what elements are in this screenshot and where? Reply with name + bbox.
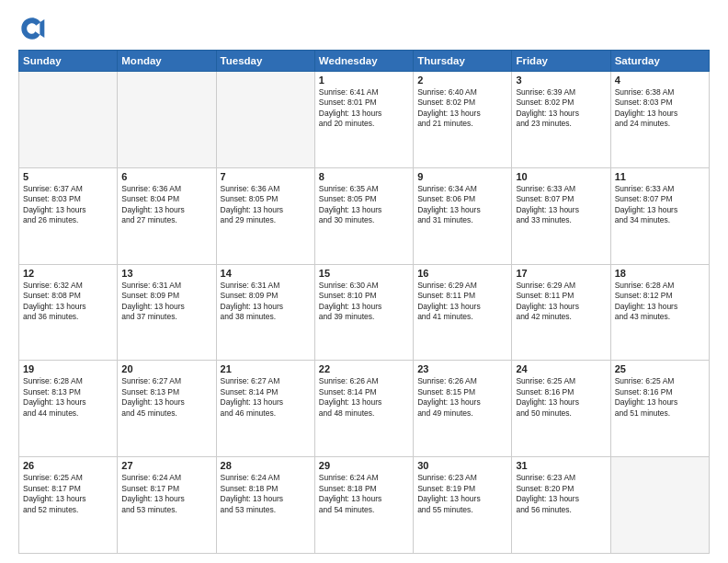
day-info: Sunrise: 6:28 AM Sunset: 8:12 PM Dayligh…: [615, 281, 705, 323]
day-info: Sunrise: 6:37 AM Sunset: 8:03 PM Dayligh…: [23, 184, 113, 226]
day-number: 3: [516, 75, 606, 86]
day-header-sunday: Sunday: [19, 51, 118, 72]
calendar-cell: [216, 72, 314, 168]
calendar-cell: 19Sunrise: 6:28 AM Sunset: 8:13 PM Dayli…: [19, 361, 118, 457]
calendar-cell: 1Sunrise: 6:41 AM Sunset: 8:01 PM Daylig…: [314, 72, 413, 168]
day-info: Sunrise: 6:26 AM Sunset: 8:15 PM Dayligh…: [417, 376, 507, 419]
day-number: 6: [121, 171, 211, 182]
day-header-wednesday: Wednesday: [314, 51, 413, 72]
calendar-cell: 6Sunrise: 6:36 AM Sunset: 8:04 PM Daylig…: [118, 167, 216, 264]
day-header-thursday: Thursday: [414, 51, 512, 72]
calendar-cell: 31Sunrise: 6:23 AM Sunset: 8:20 PM Dayli…: [512, 457, 610, 554]
calendar-cell: 28Sunrise: 6:24 AM Sunset: 8:18 PM Dayli…: [216, 457, 314, 554]
calendar-cell: 3Sunrise: 6:39 AM Sunset: 8:02 PM Daylig…: [512, 72, 610, 168]
calendar-cell: 2Sunrise: 6:40 AM Sunset: 8:02 PM Daylig…: [414, 72, 512, 168]
logo: [18, 15, 50, 42]
day-number: 7: [221, 171, 311, 182]
calendar-cell: 16Sunrise: 6:29 AM Sunset: 8:11 PM Dayli…: [414, 264, 512, 361]
page: SundayMondayTuesdayWednesdayThursdayFrid…: [0, 0, 728, 563]
day-number: 12: [23, 268, 113, 279]
day-info: Sunrise: 6:29 AM Sunset: 8:11 PM Dayligh…: [516, 281, 606, 323]
week-row-3: 12Sunrise: 6:32 AM Sunset: 8:08 PM Dayli…: [19, 264, 710, 361]
day-number: 15: [319, 268, 409, 279]
calendar-cell: 22Sunrise: 6:26 AM Sunset: 8:14 PM Dayli…: [314, 361, 413, 457]
calendar-cell: 17Sunrise: 6:29 AM Sunset: 8:11 PM Dayli…: [512, 264, 610, 361]
calendar-cell: 21Sunrise: 6:27 AM Sunset: 8:14 PM Dayli…: [216, 361, 314, 457]
day-number: 19: [23, 363, 113, 374]
calendar-cell: 14Sunrise: 6:31 AM Sunset: 8:09 PM Dayli…: [216, 264, 314, 361]
day-info: Sunrise: 6:25 AM Sunset: 8:17 PM Dayligh…: [23, 473, 113, 515]
day-info: Sunrise: 6:28 AM Sunset: 8:13 PM Dayligh…: [23, 376, 113, 419]
day-info: Sunrise: 6:23 AM Sunset: 8:20 PM Dayligh…: [516, 473, 606, 515]
day-info: Sunrise: 6:27 AM Sunset: 8:13 PM Dayligh…: [121, 376, 211, 419]
day-header-tuesday: Tuesday: [216, 51, 314, 72]
calendar-cell: 25Sunrise: 6:25 AM Sunset: 8:16 PM Dayli…: [610, 361, 709, 457]
day-info: Sunrise: 6:31 AM Sunset: 8:09 PM Dayligh…: [221, 281, 311, 323]
day-info: Sunrise: 6:27 AM Sunset: 8:14 PM Dayligh…: [221, 376, 311, 419]
day-info: Sunrise: 6:31 AM Sunset: 8:09 PM Dayligh…: [121, 281, 211, 323]
calendar-cell: 30Sunrise: 6:23 AM Sunset: 8:19 PM Dayli…: [414, 457, 512, 554]
day-header-monday: Monday: [118, 51, 216, 72]
day-number: 22: [319, 363, 409, 374]
day-info: Sunrise: 6:24 AM Sunset: 8:17 PM Dayligh…: [121, 473, 211, 515]
calendar-cell: [19, 72, 118, 168]
calendar-cell: 29Sunrise: 6:24 AM Sunset: 8:18 PM Dayli…: [314, 457, 413, 554]
calendar-cell: 18Sunrise: 6:28 AM Sunset: 8:12 PM Dayli…: [610, 264, 709, 361]
day-number: 29: [319, 460, 409, 471]
calendar-cell: 8Sunrise: 6:35 AM Sunset: 8:05 PM Daylig…: [314, 167, 413, 264]
day-number: 11: [615, 171, 705, 182]
calendar-table: SundayMondayTuesdayWednesdayThursdayFrid…: [18, 50, 710, 554]
day-number: 30: [417, 460, 507, 471]
calendar-cell: [610, 457, 709, 554]
calendar-cell: 11Sunrise: 6:33 AM Sunset: 8:07 PM Dayli…: [610, 167, 709, 264]
day-info: Sunrise: 6:34 AM Sunset: 8:06 PM Dayligh…: [417, 184, 507, 226]
day-number: 24: [516, 363, 606, 374]
day-number: 28: [221, 460, 311, 471]
day-number: 13: [121, 268, 211, 279]
day-number: 21: [221, 363, 311, 374]
week-row-4: 19Sunrise: 6:28 AM Sunset: 8:13 PM Dayli…: [19, 361, 710, 457]
day-info: Sunrise: 6:40 AM Sunset: 8:02 PM Dayligh…: [417, 87, 507, 130]
day-info: Sunrise: 6:36 AM Sunset: 8:05 PM Dayligh…: [221, 184, 311, 226]
header: [18, 15, 710, 42]
day-info: Sunrise: 6:24 AM Sunset: 8:18 PM Dayligh…: [319, 473, 409, 515]
day-number: 5: [23, 171, 113, 182]
calendar-cell: 4Sunrise: 6:38 AM Sunset: 8:03 PM Daylig…: [610, 72, 709, 168]
week-row-1: 1Sunrise: 6:41 AM Sunset: 8:01 PM Daylig…: [19, 72, 710, 168]
day-number: 17: [516, 268, 606, 279]
days-of-week-row: SundayMondayTuesdayWednesdayThursdayFrid…: [19, 51, 710, 72]
calendar-cell: 20Sunrise: 6:27 AM Sunset: 8:13 PM Dayli…: [118, 361, 216, 457]
calendar-cell: 10Sunrise: 6:33 AM Sunset: 8:07 PM Dayli…: [512, 167, 610, 264]
day-info: Sunrise: 6:32 AM Sunset: 8:08 PM Dayligh…: [23, 281, 113, 323]
day-number: 14: [221, 268, 311, 279]
day-info: Sunrise: 6:26 AM Sunset: 8:14 PM Dayligh…: [319, 376, 409, 419]
calendar-cell: 13Sunrise: 6:31 AM Sunset: 8:09 PM Dayli…: [118, 264, 216, 361]
calendar-cell: 15Sunrise: 6:30 AM Sunset: 8:10 PM Dayli…: [314, 264, 413, 361]
day-number: 27: [121, 460, 211, 471]
day-number: 18: [615, 268, 705, 279]
day-info: Sunrise: 6:25 AM Sunset: 8:16 PM Dayligh…: [615, 376, 705, 419]
day-header-friday: Friday: [512, 51, 610, 72]
calendar-body: 1Sunrise: 6:41 AM Sunset: 8:01 PM Daylig…: [19, 72, 710, 554]
day-number: 1: [319, 75, 409, 86]
day-info: Sunrise: 6:25 AM Sunset: 8:16 PM Dayligh…: [516, 376, 606, 419]
day-info: Sunrise: 6:38 AM Sunset: 8:03 PM Dayligh…: [615, 87, 705, 130]
calendar-cell: 24Sunrise: 6:25 AM Sunset: 8:16 PM Dayli…: [512, 361, 610, 457]
day-number: 26: [23, 460, 113, 471]
day-number: 2: [417, 75, 507, 86]
day-info: Sunrise: 6:24 AM Sunset: 8:18 PM Dayligh…: [221, 473, 311, 515]
day-header-saturday: Saturday: [610, 51, 709, 72]
day-number: 31: [516, 460, 606, 471]
calendar-cell: [118, 72, 216, 168]
day-number: 4: [615, 75, 705, 86]
calendar-cell: 27Sunrise: 6:24 AM Sunset: 8:17 PM Dayli…: [118, 457, 216, 554]
calendar-cell: 7Sunrise: 6:36 AM Sunset: 8:05 PM Daylig…: [216, 167, 314, 264]
day-number: 16: [417, 268, 507, 279]
day-info: Sunrise: 6:33 AM Sunset: 8:07 PM Dayligh…: [615, 184, 705, 226]
day-info: Sunrise: 6:36 AM Sunset: 8:04 PM Dayligh…: [121, 184, 211, 226]
day-info: Sunrise: 6:41 AM Sunset: 8:01 PM Dayligh…: [319, 87, 409, 130]
day-info: Sunrise: 6:29 AM Sunset: 8:11 PM Dayligh…: [417, 281, 507, 323]
day-number: 10: [516, 171, 606, 182]
calendar-cell: 12Sunrise: 6:32 AM Sunset: 8:08 PM Dayli…: [19, 264, 118, 361]
calendar-cell: 5Sunrise: 6:37 AM Sunset: 8:03 PM Daylig…: [19, 167, 118, 264]
